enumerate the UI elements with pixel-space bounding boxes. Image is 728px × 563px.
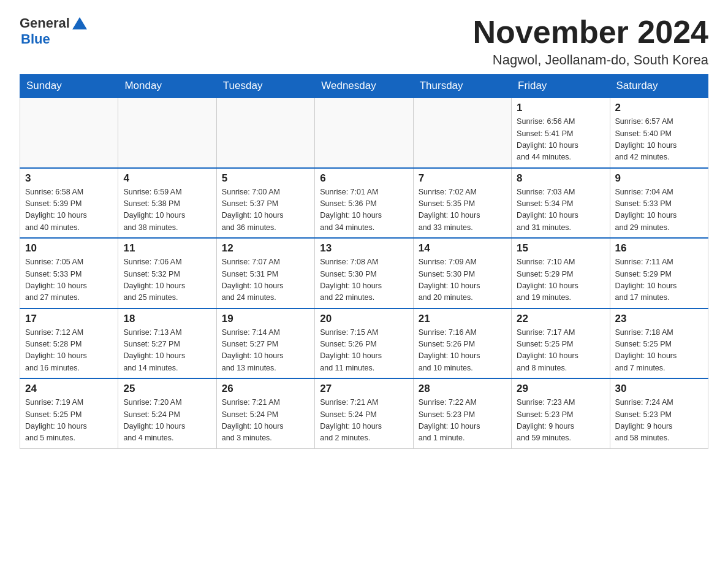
day-number: 4 bbox=[123, 172, 211, 185]
day-number: 20 bbox=[320, 313, 408, 325]
day-number: 11 bbox=[123, 242, 211, 255]
calendar-cell: 9Sunrise: 7:04 AM Sunset: 5:33 PM Daylig… bbox=[610, 168, 708, 239]
day-info: Sunrise: 7:13 AM Sunset: 5:27 PM Dayligh… bbox=[123, 327, 211, 375]
calendar-cell: 11Sunrise: 7:06 AM Sunset: 5:32 PM Dayli… bbox=[118, 238, 216, 308]
week-row-3: 10Sunrise: 7:05 AM Sunset: 5:33 PM Dayli… bbox=[20, 238, 708, 308]
calendar-cell: 24Sunrise: 7:19 AM Sunset: 5:25 PM Dayli… bbox=[20, 378, 118, 448]
calendar-cell bbox=[118, 98, 216, 168]
calendar-cell: 30Sunrise: 7:24 AM Sunset: 5:23 PM Dayli… bbox=[610, 378, 708, 448]
weekday-header-monday: Monday bbox=[118, 75, 216, 98]
weekday-header-thursday: Thursday bbox=[413, 75, 511, 98]
day-info: Sunrise: 7:14 AM Sunset: 5:27 PM Dayligh… bbox=[222, 327, 309, 375]
day-number: 15 bbox=[517, 242, 604, 255]
calendar-cell: 13Sunrise: 7:08 AM Sunset: 5:30 PM Dayli… bbox=[315, 238, 413, 308]
title-block: November 2024 Nagwol, Jeollanam-do, Sout… bbox=[473, 15, 708, 68]
calendar-cell: 12Sunrise: 7:07 AM Sunset: 5:31 PM Dayli… bbox=[216, 238, 314, 308]
calendar-cell: 10Sunrise: 7:05 AM Sunset: 5:33 PM Dayli… bbox=[20, 238, 118, 308]
day-info: Sunrise: 7:02 AM Sunset: 5:35 PM Dayligh… bbox=[419, 186, 506, 234]
day-number: 5 bbox=[222, 172, 309, 185]
day-number: 22 bbox=[517, 313, 604, 325]
day-number: 27 bbox=[320, 383, 408, 395]
calendar-cell: 8Sunrise: 7:03 AM Sunset: 5:34 PM Daylig… bbox=[512, 168, 610, 239]
day-info: Sunrise: 7:08 AM Sunset: 5:30 PM Dayligh… bbox=[320, 256, 408, 304]
day-number: 13 bbox=[320, 242, 408, 255]
calendar-table: SundayMondayTuesdayWednesdayThursdayFrid… bbox=[20, 74, 708, 449]
week-row-2: 3Sunrise: 6:58 AM Sunset: 5:39 PM Daylig… bbox=[20, 168, 708, 239]
day-number: 7 bbox=[419, 172, 506, 185]
calendar-cell: 18Sunrise: 7:13 AM Sunset: 5:27 PM Dayli… bbox=[118, 308, 216, 379]
day-info: Sunrise: 6:57 AM Sunset: 5:40 PM Dayligh… bbox=[615, 116, 703, 164]
day-info: Sunrise: 7:07 AM Sunset: 5:31 PM Dayligh… bbox=[222, 256, 309, 304]
calendar-cell: 14Sunrise: 7:09 AM Sunset: 5:30 PM Dayli… bbox=[413, 238, 511, 308]
calendar-cell bbox=[315, 98, 413, 168]
weekday-header-wednesday: Wednesday bbox=[315, 75, 413, 98]
calendar-cell: 19Sunrise: 7:14 AM Sunset: 5:27 PM Dayli… bbox=[216, 308, 314, 379]
day-info: Sunrise: 7:20 AM Sunset: 5:24 PM Dayligh… bbox=[123, 397, 211, 445]
weekday-header-tuesday: Tuesday bbox=[216, 75, 314, 98]
day-info: Sunrise: 7:12 AM Sunset: 5:28 PM Dayligh… bbox=[25, 327, 113, 375]
calendar-cell: 5Sunrise: 7:00 AM Sunset: 5:37 PM Daylig… bbox=[216, 168, 314, 239]
calendar-cell: 28Sunrise: 7:22 AM Sunset: 5:23 PM Dayli… bbox=[413, 378, 511, 448]
calendar-cell: 6Sunrise: 7:01 AM Sunset: 5:36 PM Daylig… bbox=[315, 168, 413, 239]
calendar-subtitle: Nagwol, Jeollanam-do, South Korea bbox=[473, 52, 708, 68]
calendar-cell: 7Sunrise: 7:02 AM Sunset: 5:35 PM Daylig… bbox=[413, 168, 511, 239]
day-info: Sunrise: 6:58 AM Sunset: 5:39 PM Dayligh… bbox=[25, 186, 113, 234]
week-row-4: 17Sunrise: 7:12 AM Sunset: 5:28 PM Dayli… bbox=[20, 308, 708, 379]
logo-general-text: General bbox=[20, 16, 70, 31]
day-number: 21 bbox=[419, 313, 506, 325]
day-number: 9 bbox=[615, 172, 703, 185]
day-info: Sunrise: 7:04 AM Sunset: 5:33 PM Dayligh… bbox=[615, 186, 703, 234]
day-number: 10 bbox=[25, 242, 113, 255]
svg-marker-0 bbox=[72, 17, 87, 29]
day-number: 28 bbox=[419, 383, 506, 395]
day-info: Sunrise: 7:17 AM Sunset: 5:25 PM Dayligh… bbox=[517, 327, 604, 375]
logo: General Blue bbox=[20, 15, 91, 47]
day-number: 12 bbox=[222, 242, 309, 255]
day-info: Sunrise: 6:59 AM Sunset: 5:38 PM Dayligh… bbox=[123, 186, 211, 234]
day-info: Sunrise: 7:11 AM Sunset: 5:29 PM Dayligh… bbox=[615, 256, 703, 304]
calendar-cell: 3Sunrise: 6:58 AM Sunset: 5:39 PM Daylig… bbox=[20, 168, 118, 239]
calendar-cell: 22Sunrise: 7:17 AM Sunset: 5:25 PM Dayli… bbox=[512, 308, 610, 379]
calendar-cell: 1Sunrise: 6:56 AM Sunset: 5:41 PM Daylig… bbox=[512, 98, 610, 168]
calendar-cell: 17Sunrise: 7:12 AM Sunset: 5:28 PM Dayli… bbox=[20, 308, 118, 379]
day-info: Sunrise: 7:22 AM Sunset: 5:23 PM Dayligh… bbox=[419, 397, 506, 445]
day-info: Sunrise: 7:19 AM Sunset: 5:25 PM Dayligh… bbox=[25, 397, 113, 445]
day-info: Sunrise: 7:24 AM Sunset: 5:23 PM Dayligh… bbox=[615, 397, 703, 445]
week-row-5: 24Sunrise: 7:19 AM Sunset: 5:25 PM Dayli… bbox=[20, 378, 708, 448]
calendar-cell: 21Sunrise: 7:16 AM Sunset: 5:26 PM Dayli… bbox=[413, 308, 511, 379]
calendar-cell: 26Sunrise: 7:21 AM Sunset: 5:24 PM Dayli… bbox=[216, 378, 314, 448]
weekday-header-row: SundayMondayTuesdayWednesdayThursdayFrid… bbox=[20, 75, 708, 98]
day-number: 23 bbox=[615, 313, 703, 325]
day-info: Sunrise: 7:05 AM Sunset: 5:33 PM Dayligh… bbox=[25, 256, 113, 304]
page-header: General Blue November 2024 Nagwol, Jeoll… bbox=[20, 15, 708, 68]
day-info: Sunrise: 7:16 AM Sunset: 5:26 PM Dayligh… bbox=[419, 327, 506, 375]
day-info: Sunrise: 7:03 AM Sunset: 5:34 PM Dayligh… bbox=[517, 186, 604, 234]
day-info: Sunrise: 6:56 AM Sunset: 5:41 PM Dayligh… bbox=[517, 116, 604, 164]
day-info: Sunrise: 7:18 AM Sunset: 5:25 PM Dayligh… bbox=[615, 327, 703, 375]
day-number: 24 bbox=[25, 383, 113, 395]
day-info: Sunrise: 7:09 AM Sunset: 5:30 PM Dayligh… bbox=[419, 256, 506, 304]
day-number: 8 bbox=[517, 172, 604, 185]
day-number: 26 bbox=[222, 383, 309, 395]
day-number: 29 bbox=[517, 383, 604, 395]
day-number: 19 bbox=[222, 313, 309, 325]
calendar-cell: 27Sunrise: 7:21 AM Sunset: 5:24 PM Dayli… bbox=[315, 378, 413, 448]
day-info: Sunrise: 7:21 AM Sunset: 5:24 PM Dayligh… bbox=[222, 397, 309, 445]
day-number: 3 bbox=[25, 172, 113, 185]
day-number: 16 bbox=[615, 242, 703, 255]
week-row-1: 1Sunrise: 6:56 AM Sunset: 5:41 PM Daylig… bbox=[20, 98, 708, 168]
logo-blue-text: Blue bbox=[20, 32, 91, 47]
weekday-header-saturday: Saturday bbox=[610, 75, 708, 98]
day-info: Sunrise: 7:10 AM Sunset: 5:29 PM Dayligh… bbox=[517, 256, 604, 304]
calendar-cell bbox=[20, 98, 118, 168]
weekday-header-sunday: Sunday bbox=[20, 75, 118, 98]
calendar-cell bbox=[216, 98, 314, 168]
calendar-cell: 16Sunrise: 7:11 AM Sunset: 5:29 PM Dayli… bbox=[610, 238, 708, 308]
day-info: Sunrise: 7:01 AM Sunset: 5:36 PM Dayligh… bbox=[320, 186, 408, 234]
logo-icon bbox=[71, 15, 88, 32]
calendar-cell: 4Sunrise: 6:59 AM Sunset: 5:38 PM Daylig… bbox=[118, 168, 216, 239]
calendar-title: November 2024 bbox=[473, 15, 708, 50]
day-number: 6 bbox=[320, 172, 408, 185]
day-number: 2 bbox=[615, 102, 703, 114]
day-number: 1 bbox=[517, 102, 604, 114]
